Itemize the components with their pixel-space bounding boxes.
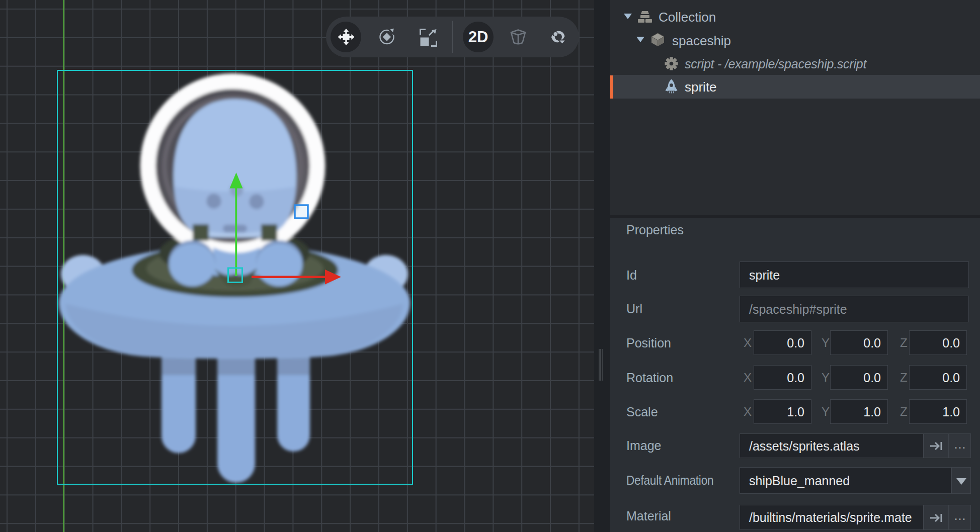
svg-text:2D: 2D [468, 28, 488, 46]
